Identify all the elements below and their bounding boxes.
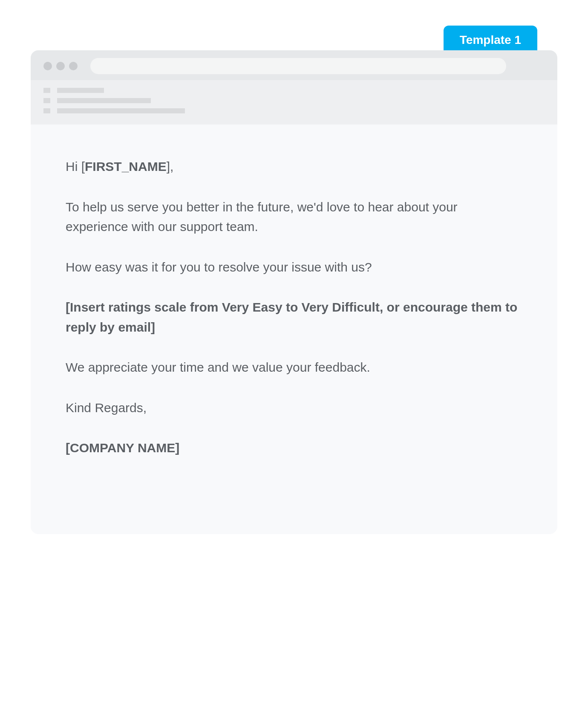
greeting-prefix: Hi [ (66, 159, 85, 173)
browser-window: Hi [FIRST_NAME], To help us serve you be… (31, 50, 557, 534)
body-paragraph-4: We appreciate your time and we value you… (66, 358, 522, 378)
close-icon (43, 62, 52, 70)
placeholder-icon (43, 108, 50, 113)
placeholder-bar (57, 108, 185, 113)
template-tab-label: Template 1 (460, 33, 521, 46)
placeholder-icon (43, 88, 50, 93)
email-body: Hi [FIRST_NAME], To help us serve you be… (31, 124, 557, 534)
placeholder-bar (57, 88, 104, 93)
window-titlebar (31, 50, 557, 80)
body-paragraph-2: How easy was it for you to resolve your … (66, 257, 522, 277)
ratings-placeholder: [Insert ratings scale from Very Easy to … (66, 298, 522, 337)
maximize-icon (69, 62, 78, 70)
company-name-token: [COMPANY NAME] (66, 438, 522, 458)
placeholder-icon (43, 98, 50, 103)
signoff: Kind Regards, (66, 398, 522, 418)
window-controls (43, 62, 78, 70)
body-paragraph-1: To help us serve you better in the futur… (66, 197, 522, 237)
greeting-line: Hi [FIRST_NAME], (66, 157, 522, 177)
placeholder-bar (57, 98, 151, 103)
greeting-name-token: FIRST_NAME (85, 159, 167, 173)
greeting-suffix: ], (167, 159, 174, 173)
address-bar (90, 58, 506, 74)
email-header-placeholder (31, 80, 557, 124)
minimize-icon (56, 62, 65, 70)
placeholder-row (43, 108, 545, 113)
placeholder-row (43, 88, 545, 93)
placeholder-row (43, 98, 545, 103)
